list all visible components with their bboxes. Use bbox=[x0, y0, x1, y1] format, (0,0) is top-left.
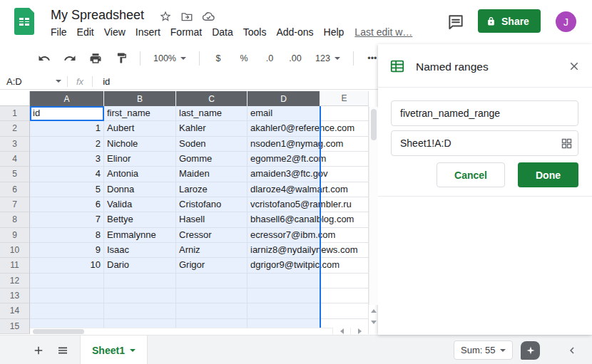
horizontal-scrollbar-thumb[interactable] bbox=[33, 329, 84, 334]
cell-C14[interactable] bbox=[176, 303, 247, 318]
cell-D13[interactable] bbox=[247, 288, 320, 303]
cell-D1[interactable]: email bbox=[247, 106, 320, 121]
increase-decimal-button[interactable]: .00 bbox=[287, 50, 304, 67]
cell-A4[interactable]: 3 bbox=[30, 152, 104, 167]
cell-D10[interactable]: iarniz8@nydailynews.com bbox=[247, 243, 320, 258]
menu-insert[interactable]: Insert bbox=[131, 26, 165, 38]
cell-C13[interactable] bbox=[176, 288, 247, 303]
menu-help[interactable]: Help bbox=[319, 26, 349, 38]
cell-B4[interactable]: Elinor bbox=[104, 152, 176, 167]
done-button[interactable]: Done bbox=[518, 162, 578, 187]
cell-D9[interactable]: ecressor7@ibm.com bbox=[247, 228, 320, 243]
cell-C2[interactable]: Kahler bbox=[176, 121, 247, 136]
redo-button[interactable] bbox=[61, 50, 78, 67]
column-header-B[interactable]: B bbox=[104, 91, 176, 106]
cell-E4[interactable] bbox=[320, 152, 369, 167]
vertical-scrollbar[interactable] bbox=[369, 107, 378, 305]
cell-A2[interactable]: 1 bbox=[30, 121, 104, 136]
last-edit-link[interactable]: Last edit w… bbox=[354, 26, 412, 38]
cloud-saved-icon[interactable] bbox=[201, 9, 215, 24]
cell-B12[interactable] bbox=[104, 274, 176, 288]
close-icon[interactable] bbox=[568, 60, 581, 73]
cell-B9[interactable]: Emmalynne bbox=[104, 228, 176, 243]
decrease-decimal-button[interactable]: .0 bbox=[261, 50, 278, 67]
cell-C8[interactable]: Hasell bbox=[176, 212, 247, 227]
document-title[interactable]: My Spreadsheet bbox=[51, 8, 144, 23]
scroll-up-button[interactable] bbox=[369, 305, 378, 316]
cell-E1[interactable] bbox=[320, 106, 369, 121]
zoom-select[interactable]: 100% bbox=[150, 52, 189, 65]
row-header-11[interactable]: 11 bbox=[0, 258, 30, 273]
cell-C7[interactable]: Cristofano bbox=[176, 197, 247, 212]
format-currency-button[interactable]: $ bbox=[210, 50, 227, 67]
column-header-D[interactable]: D bbox=[247, 91, 320, 106]
cell-B11[interactable]: Dario bbox=[104, 258, 176, 273]
sheets-logo-icon[interactable] bbox=[14, 8, 34, 35]
row-header-14[interactable]: 14 bbox=[0, 303, 30, 318]
column-header-A[interactable]: A bbox=[30, 91, 104, 106]
cell-B8[interactable]: Bettye bbox=[104, 212, 176, 227]
paint-format-button[interactable] bbox=[113, 50, 130, 67]
cell-D8[interactable]: bhasell6@canalblog.com bbox=[247, 212, 320, 227]
cell-D11[interactable]: dgrigor9@twitpic.com bbox=[247, 258, 320, 273]
row-header-13[interactable]: 13 bbox=[0, 288, 30, 303]
format-percent-button[interactable]: % bbox=[235, 50, 252, 67]
cell-A7[interactable]: 6 bbox=[30, 197, 104, 212]
column-header-E[interactable]: E bbox=[320, 91, 369, 106]
sum-badge[interactable]: Sum: 55 bbox=[454, 340, 513, 360]
range-name-input[interactable] bbox=[391, 100, 578, 126]
cell-E14[interactable] bbox=[320, 303, 369, 318]
cell-D5[interactable]: amaiden3@ftc.gov bbox=[247, 167, 320, 182]
cell-A9[interactable]: 8 bbox=[30, 228, 104, 243]
cell-C5[interactable]: Maiden bbox=[176, 167, 247, 182]
move-folder-icon[interactable] bbox=[180, 9, 194, 24]
cell-C4[interactable]: Gomme bbox=[176, 152, 247, 167]
cell-E12[interactable] bbox=[320, 274, 369, 288]
scroll-down-button[interactable] bbox=[369, 316, 378, 328]
column-header-C[interactable]: C bbox=[176, 91, 247, 106]
cell-B6[interactable]: Donna bbox=[104, 182, 176, 197]
star-icon[interactable] bbox=[158, 9, 173, 24]
cell-B7[interactable]: Valida bbox=[104, 197, 176, 212]
row-header-7[interactable]: 7 bbox=[0, 197, 30, 212]
sheet-tab-sheet1[interactable]: Sheet1 bbox=[80, 336, 148, 364]
row-header-6[interactable]: 6 bbox=[0, 182, 30, 197]
cell-C11[interactable]: Grigor bbox=[176, 258, 247, 273]
cell-D4[interactable]: egomme2@ft.com bbox=[247, 152, 320, 167]
cell-E13[interactable] bbox=[320, 288, 369, 303]
cell-C12[interactable] bbox=[176, 274, 247, 288]
scroll-right-button[interactable] bbox=[350, 328, 368, 335]
cell-A5[interactable]: 4 bbox=[30, 167, 104, 182]
vertical-scrollbar-thumb[interactable] bbox=[371, 109, 377, 140]
cell-D6[interactable]: dlaroze4@walmart.com bbox=[247, 182, 320, 197]
collapse-panel-chevron[interactable] bbox=[566, 344, 578, 357]
cell-B2[interactable]: Aubert bbox=[104, 121, 176, 136]
add-sheet-button[interactable] bbox=[30, 342, 47, 359]
menu-tools[interactable]: Tools bbox=[238, 26, 272, 38]
share-button[interactable]: Share bbox=[478, 9, 541, 33]
select-all-corner[interactable] bbox=[0, 91, 30, 106]
all-sheets-button[interactable] bbox=[54, 342, 71, 359]
cell-B5[interactable]: Antonia bbox=[104, 167, 176, 182]
menu-format[interactable]: Format bbox=[165, 26, 207, 38]
row-header-1[interactable]: 1 bbox=[0, 106, 30, 121]
cell-C1[interactable]: last_name bbox=[176, 106, 247, 121]
cell-D2[interactable]: akahler0@reference.com bbox=[247, 121, 320, 136]
cell-C3[interactable]: Soden bbox=[176, 137, 247, 152]
range-ref-input[interactable] bbox=[391, 130, 578, 156]
more-formats-button[interactable]: 123 bbox=[312, 52, 343, 65]
menu-data[interactable]: Data bbox=[207, 26, 238, 38]
row-header-5[interactable]: 5 bbox=[0, 167, 30, 182]
row-header-15[interactable]: 15 bbox=[0, 319, 30, 334]
row-header-2[interactable]: 2 bbox=[0, 121, 30, 136]
cell-B1[interactable]: first_name bbox=[104, 106, 176, 121]
cancel-button[interactable]: Cancel bbox=[437, 162, 505, 187]
row-header-8[interactable]: 8 bbox=[0, 212, 30, 227]
print-button[interactable] bbox=[87, 50, 104, 67]
cell-B10[interactable]: Isaac bbox=[104, 243, 176, 258]
avatar[interactable]: J bbox=[556, 11, 576, 32]
menu-file[interactable]: File bbox=[46, 26, 72, 38]
row-header-12[interactable]: 12 bbox=[0, 274, 30, 288]
cell-A11[interactable]: 10 bbox=[30, 258, 104, 273]
cell-D7[interactable]: vcristofano5@rambler.ru bbox=[247, 197, 320, 212]
